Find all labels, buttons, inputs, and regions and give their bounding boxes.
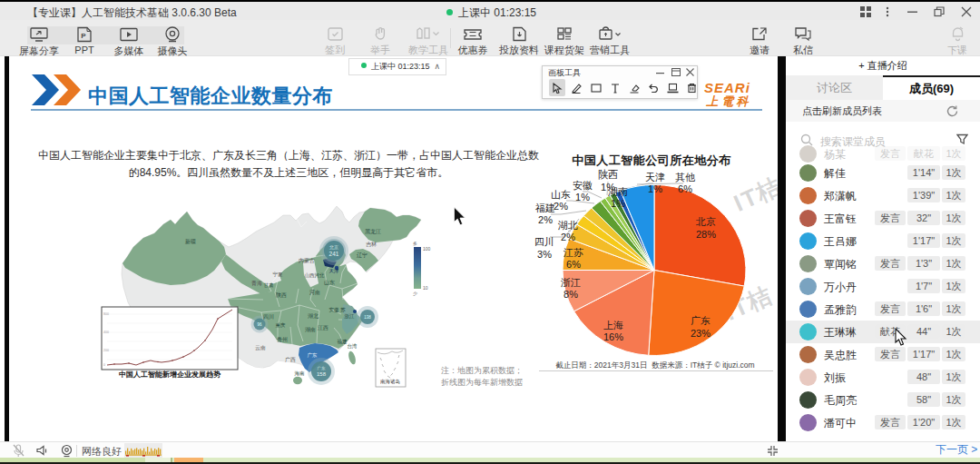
svg-text:湖北: 湖北 xyxy=(557,220,578,231)
svg-text:6%: 6% xyxy=(678,183,692,194)
svg-text:河北: 河北 xyxy=(315,272,326,279)
svg-text:天津: 天津 xyxy=(329,268,340,274)
svg-text:湖南: 湖南 xyxy=(607,186,628,197)
svg-text:中国人工智能新增企业发展趋势: 中国人工智能新增企业发展趋势 xyxy=(119,370,221,379)
svg-text:陕西: 陕西 xyxy=(598,169,618,180)
svg-text:中国人工智能公司所在地分布: 中国人工智能公司所在地分布 xyxy=(572,153,731,167)
svg-text:山东: 山东 xyxy=(324,279,335,285)
svg-text:甘肃: 甘肃 xyxy=(264,282,275,288)
svg-text:广西: 广西 xyxy=(285,357,296,363)
svg-text:四川: 四川 xyxy=(534,236,554,247)
svg-text:黑龙江: 黑龙江 xyxy=(365,229,381,234)
svg-text:1%: 1% xyxy=(611,198,625,209)
svg-text:重庆: 重庆 xyxy=(276,322,287,328)
svg-text:1%: 1% xyxy=(648,183,662,194)
svg-text:96: 96 xyxy=(257,322,262,327)
svg-text:广东: 广东 xyxy=(308,352,318,358)
svg-text:2%: 2% xyxy=(561,232,575,242)
svg-text:浙江: 浙江 xyxy=(561,277,581,288)
svg-text:云南: 云南 xyxy=(255,345,266,350)
svg-text:台湾: 台湾 xyxy=(348,343,358,350)
svg-text:天津: 天津 xyxy=(645,172,665,183)
svg-text:吉林: 吉林 xyxy=(366,242,377,248)
svg-text:贵州: 贵州 xyxy=(277,337,288,343)
svg-text:陕西: 陕西 xyxy=(276,291,287,299)
svg-text:10: 10 xyxy=(423,285,428,291)
svg-text:100: 100 xyxy=(423,246,431,252)
svg-text:内蒙古: 内蒙古 xyxy=(299,258,315,264)
svg-text:241: 241 xyxy=(329,251,339,257)
svg-text:河南: 河南 xyxy=(309,290,320,295)
svg-text:23%: 23% xyxy=(691,328,710,339)
svg-text:158: 158 xyxy=(317,371,327,377)
svg-text:8%: 8% xyxy=(564,289,578,300)
svg-text:浙江: 浙江 xyxy=(345,313,356,320)
svg-text:福建: 福建 xyxy=(338,339,348,345)
svg-text:山东: 山东 xyxy=(551,189,571,200)
svg-text:安徽: 安徽 xyxy=(573,180,593,191)
svg-text:28%: 28% xyxy=(696,229,716,240)
svg-text:0: 0 xyxy=(103,363,105,367)
svg-text:2%: 2% xyxy=(554,201,568,212)
svg-text:2%: 2% xyxy=(538,214,553,225)
svg-text:福建: 福建 xyxy=(535,202,555,213)
svg-text:广东: 广东 xyxy=(318,366,327,370)
svg-text:安徽: 安徽 xyxy=(329,307,340,313)
svg-text:江苏: 江苏 xyxy=(563,247,583,258)
svg-text:青海: 青海 xyxy=(251,281,262,286)
svg-text:湖南: 湖南 xyxy=(305,327,316,332)
svg-text:四川: 四川 xyxy=(263,314,274,321)
svg-text:北京: 北京 xyxy=(329,244,338,251)
svg-text:P: P xyxy=(81,32,86,40)
svg-text:其他: 其他 xyxy=(675,172,695,183)
svg-text:北京: 北京 xyxy=(695,216,716,227)
svg-text:16%: 16% xyxy=(603,331,623,342)
svg-text:南海诸岛: 南海诸岛 xyxy=(380,379,400,385)
svg-text:3%: 3% xyxy=(537,249,552,260)
svg-text:上海: 上海 xyxy=(603,320,623,331)
svg-text:400: 400 xyxy=(103,331,109,334)
svg-text:广东: 广东 xyxy=(691,315,710,326)
svg-text:1%: 1% xyxy=(575,192,590,202)
svg-text:海南: 海南 xyxy=(295,370,306,377)
svg-text:湖北: 湖北 xyxy=(308,312,318,320)
svg-text:800: 800 xyxy=(103,312,109,316)
svg-text:138: 138 xyxy=(364,315,371,320)
svg-text:宁夏: 宁夏 xyxy=(273,271,284,278)
svg-text:苏: 苏 xyxy=(340,307,346,312)
svg-text:6%: 6% xyxy=(566,259,581,270)
svg-text:新疆: 新疆 xyxy=(185,238,196,245)
svg-text:山西: 山西 xyxy=(305,272,316,279)
svg-text:200: 200 xyxy=(103,349,109,352)
svg-text:多: 多 xyxy=(413,241,417,246)
svg-text:少: 少 xyxy=(413,291,417,296)
svg-text:江西: 江西 xyxy=(318,325,328,331)
svg-text:辽宁: 辽宁 xyxy=(357,252,368,258)
